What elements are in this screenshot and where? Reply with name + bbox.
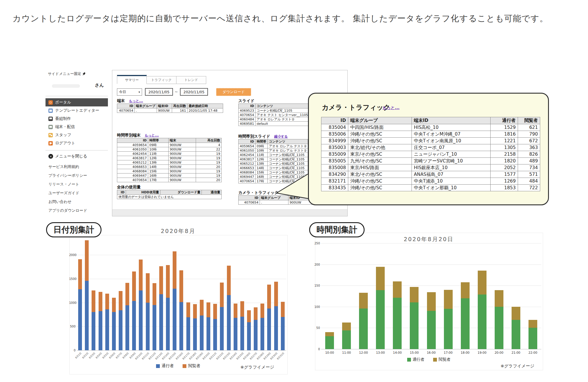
table-row: 834290東北/その他/SCANAS福島_071577571 <box>321 171 540 178</box>
sidebar: サイドメニュー固定 さん ポータルテンプレートエディター番組制作端末・配信スタッ… <box>46 69 108 216</box>
sidebar-item-close-menu[interactable]: × メニューを閉じる <box>48 154 87 159</box>
terminal-more-link[interactable]: もっと... <box>129 99 143 103</box>
page: カウントしたログデータは定期的に自動でサーバーへ送信され、ログ集計されます。 集… <box>0 0 588 382</box>
sidebar-item-0[interactable]: ポータル <box>46 98 108 106</box>
table-row: 406665314時900UW20 <box>117 165 222 169</box>
callout-title: カメラ・トラフィック <box>322 103 390 112</box>
sidebar-item-label: テンプレートエディター <box>55 108 99 113</box>
legend-swatch-icon <box>183 364 186 368</box>
section-title-hourly-slide: 時間帯別スライド縮小する <box>238 134 288 139</box>
sidebar-divider <box>46 150 108 150</box>
tab-1[interactable]: トラフィック <box>147 76 176 84</box>
legend-swatch-icon <box>433 358 437 362</box>
callout-camera-traffic: カメラ・トラフィック もっと... ID端末グループ端末ID通行者閲覧者8350… <box>308 93 549 205</box>
table-row: 406808415時900UW19 <box>117 169 222 174</box>
section-title-slide: スライド <box>238 98 254 104</box>
sidebar-item-5[interactable]: ログアウト <box>46 139 108 147</box>
sidebar-item-label: ログアウト <box>55 141 75 146</box>
tab-bar: サマリートラフィックトレンド <box>117 75 206 84</box>
sidebar-link-5[interactable]: アプリのダウンロード <box>48 208 87 213</box>
sidebar-link-3[interactable]: ユーザーズガイド <box>48 190 79 196</box>
hourly-chart-note: ※グラフイメージ <box>476 363 534 369</box>
usage-table: IDHDD使用量ダウンロード量通信量使用量のデータは登録されていません <box>117 190 222 199</box>
portal-icon <box>48 100 53 105</box>
table-row: 835006沖縄/その他/SC中央TイオンM沖縄_071816790 <box>321 131 540 138</box>
tab-0[interactable]: サマリー <box>117 75 147 84</box>
tab-2[interactable]: トレンド <box>176 76 206 84</box>
hourly-terminal-more-link[interactable]: もっと... <box>145 133 159 137</box>
user-name-suffix: さん <box>46 83 104 88</box>
legend-item: 閲覧者 <box>183 363 200 369</box>
sidebar-link-1[interactable]: プライバシーポリシー <box>48 173 87 178</box>
sidebar-item-1[interactable]: テンプレートエディター <box>46 106 108 115</box>
period-select-value: 今日 <box>119 90 126 94</box>
terminal-table: ID端末グループ端末ID再生回数最終接続日時4070654.900UW16120… <box>117 104 223 113</box>
sidebar-link-4[interactable]: お問い合わせ <box>48 199 71 204</box>
table-row: 835005九州/その他/SC宮崎ツアーSVC宮崎_101820489 <box>321 158 540 164</box>
sidebar-item-4[interactable]: スタッフ <box>46 131 108 139</box>
hourly-slide-shrink-link[interactable]: 縮小する <box>274 134 288 139</box>
sidebar-link-2[interactable]: リリース・ノート <box>48 182 79 187</box>
table-row: 4070654.900UW1612020/11/05 17:48 <box>117 108 223 113</box>
daily-chart-plot: 05001000150020008月1日8月2日8月3日8月4日8月5日8月6日… <box>77 236 286 351</box>
table-row: 407065417時900UW20 <box>117 178 222 182</box>
daily-chart-title: 2020年8月 <box>69 227 287 235</box>
daily-chart-note: ※グラフイメージ <box>216 365 274 370</box>
sidebar-pin-row[interactable]: サイドメニュー固定 <box>48 71 86 76</box>
callout-table: ID端末グループ端末ID通行者閲覧者835004中四国/HIS/路面HIS高松_… <box>321 117 540 191</box>
hourly-chart-plot: 05010015020025010:0011:0012:0013:0014:00… <box>321 243 541 349</box>
legend-item: 閲覧者 <box>433 357 451 362</box>
sidebar-item-label: スタッフ <box>55 132 71 138</box>
table-row: 835004中四国/HIS/路面HIS高松_101529621 <box>321 124 540 131</box>
table-row: 835008東京/HIS/路面HIS銀座本店_102052734 <box>321 164 540 171</box>
section-title-usage: 全体の使用量 <box>117 185 141 190</box>
sidebar-item-label: 番組制作 <box>55 116 71 121</box>
device-delivery-icon <box>48 125 53 129</box>
pin-icon <box>82 72 86 76</box>
table-row: 835009東京/その他/SCニュージャパンT_102158826 <box>321 151 540 158</box>
daily-chart: 05001000150020008月1日8月2日8月3日8月4日8月5日8月6日… <box>69 235 288 374</box>
intro-text: カウントしたログデータは定期的に自動でサーバーへ送信され、ログ集計されます。 集… <box>13 13 581 24</box>
table-row: 405965409時900UW4 <box>117 143 222 147</box>
table-row: 834999沖縄/その他/SC中央Tイオン南風原_101221672 <box>321 138 540 144</box>
date-to-input[interactable]: 2020/11/05 <box>180 88 208 96</box>
sidebar-item-label: 端末・配信 <box>55 124 75 129</box>
hourly-chart-badge: 時間別集計 <box>309 222 365 237</box>
table-row: 833435沖縄/その他/SC中央Tイオン那覇_101853722 <box>321 185 540 191</box>
sidebar-item-3[interactable]: 端末・配信 <box>46 123 108 131</box>
callout-more-link[interactable]: もっと... <box>382 105 400 111</box>
period-select[interactable]: 今日 ▾ <box>117 88 142 96</box>
hourly-chart-title: 2020年8月20日 <box>315 236 542 243</box>
section-title-hourly-terminal: 時間帯別端末もっと... <box>117 133 159 138</box>
table-row: 406944716時900UW19 <box>117 174 222 178</box>
legend-item: 通行者 <box>156 363 174 369</box>
close-menu-label: メニューを閉じる <box>55 154 87 159</box>
table-row: 835003東北/総代/その他庄交コーポ_071305363 <box>321 144 540 151</box>
sidebar-pin-label: サイドメニュー固定 <box>48 71 81 76</box>
hourly-chart-legend: 通行者閲覧者 <box>315 357 542 362</box>
legend-swatch-icon <box>156 364 160 368</box>
hourly-chart: 05010015020025010:0011:0012:0013:0014:00… <box>315 233 543 370</box>
sidebar-item-label: ポータル <box>55 100 71 105</box>
legend-swatch-icon <box>407 358 411 362</box>
sidebar-divider <box>46 96 108 96</box>
sidebar-link-0[interactable]: サービス利用規約 <box>48 164 79 169</box>
table-row: 406381712時900UW19 <box>117 156 222 160</box>
table-row: 406105010時900UW22 <box>117 147 222 152</box>
sidebar-item-2[interactable]: 番組制作 <box>46 115 108 123</box>
dashboard-footer <box>112 209 347 216</box>
chevron-down-icon: ▾ <box>139 90 140 94</box>
table-row: 406521213時900UW19 <box>117 160 222 165</box>
section-title-terminal: 端末もっと... <box>117 98 143 104</box>
date-separator: ~ <box>175 90 178 94</box>
template-editor-icon <box>48 108 53 113</box>
logout-icon <box>48 141 53 146</box>
program-icon <box>48 117 53 121</box>
close-icon: × <box>48 154 53 159</box>
legend-item: 通行者 <box>407 357 425 362</box>
table-row: 832171沖縄/その他/SC中央T浦添_101269484 <box>321 178 540 185</box>
download-button[interactable]: ダウンロード <box>216 88 251 96</box>
staff-icon <box>48 133 53 137</box>
date-from-input[interactable]: 2020/11/05 <box>145 88 173 96</box>
hourly-terminal-table: ID時間帯端末再生回数405965409時900UW4406105010時900… <box>117 138 222 182</box>
